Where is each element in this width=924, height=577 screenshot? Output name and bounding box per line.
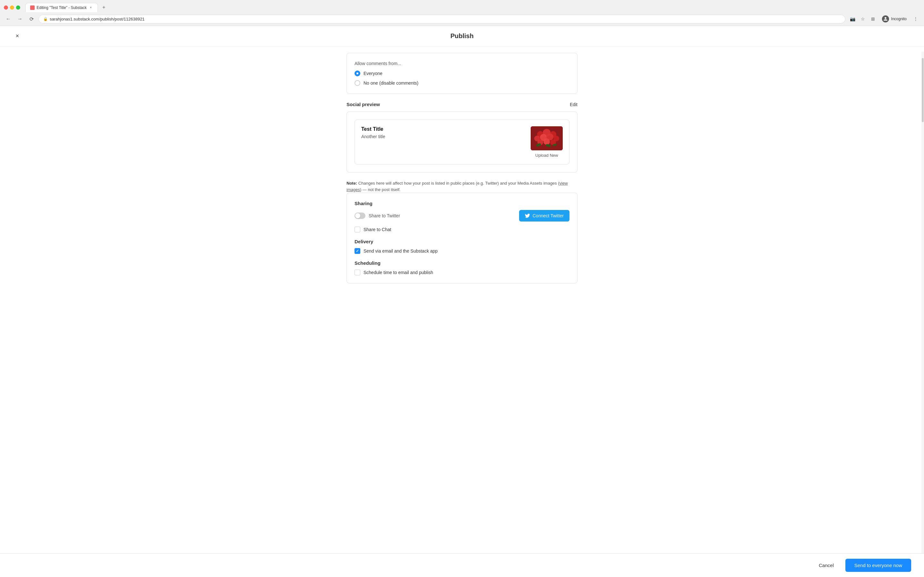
- note-body: Changes here will affect how your post i…: [347, 181, 568, 192]
- social-preview-title: Social preview: [347, 102, 380, 107]
- comments-section: Allow comments from... Everyone No one (…: [347, 53, 577, 94]
- send-email-checkbox[interactable]: [355, 248, 360, 254]
- bookmark-icon[interactable]: ☆: [858, 15, 867, 23]
- cancel-button[interactable]: Cancel: [813, 559, 840, 571]
- maximize-window-button[interactable]: [16, 5, 20, 10]
- url-text: sarahjonas1.substack.com/publish/post/11…: [50, 17, 145, 21]
- page-title: Publish: [451, 32, 473, 40]
- preview-card: Test Title Another title: [355, 119, 569, 164]
- new-tab-button[interactable]: +: [99, 3, 108, 12]
- sharing-section-title: Sharing: [355, 201, 569, 206]
- lock-icon: 🔒: [43, 17, 48, 21]
- comments-no-one-option[interactable]: No one (disable comments): [355, 80, 569, 86]
- page-footer: Cancel Send to everyone now: [0, 553, 924, 577]
- browser-chrome: Editing "Test Title" - Substack × + ← → …: [0, 0, 924, 26]
- camera-icon[interactable]: 📷: [848, 15, 857, 23]
- share-chat-checkbox[interactable]: [355, 227, 360, 232]
- page-container: × Publish Allow comments from... Everyon…: [0, 26, 924, 577]
- tab-title: Editing "Test Title" - Substack: [37, 5, 87, 10]
- social-preview-card: Test Title Another title: [347, 111, 577, 172]
- close-publish-button[interactable]: ×: [13, 32, 22, 41]
- preview-image-area: Upload New: [531, 126, 563, 158]
- connect-twitter-button[interactable]: Connect Twitter: [519, 210, 569, 221]
- extensions-icon[interactable]: ⊞: [869, 15, 877, 23]
- upload-new-button[interactable]: Upload New: [535, 153, 558, 158]
- social-preview-note: Note: Changes here will affect how your …: [347, 180, 577, 193]
- incognito-avatar: [882, 15, 889, 23]
- twitter-icon: [525, 213, 530, 218]
- connect-twitter-label: Connect Twitter: [533, 213, 564, 218]
- scrollbar[interactable]: [921, 52, 924, 577]
- tab-bar: Editing "Test Title" - Substack × +: [25, 3, 108, 12]
- view-images-link[interactable]: view images: [347, 181, 568, 192]
- comments-everyone-label: Everyone: [363, 71, 383, 76]
- comments-everyone-radio[interactable]: [355, 71, 360, 76]
- schedule-row: Schedule time to email and publish: [355, 269, 569, 276]
- scheduling-section-title: Scheduling: [355, 260, 569, 266]
- comments-no-one-label: No one (disable comments): [363, 81, 418, 85]
- back-button[interactable]: ←: [4, 15, 13, 23]
- schedule-checkbox[interactable]: [355, 269, 360, 276]
- incognito-label: Incognito: [891, 17, 907, 21]
- comments-radio-group: Everyone No one (disable comments): [355, 71, 569, 86]
- share-twitter-row: Share to Twitter Connect Twitter: [355, 210, 569, 221]
- minimize-window-button[interactable]: [10, 5, 14, 10]
- page-header: × Publish: [0, 26, 924, 47]
- comments-label: Allow comments from...: [355, 61, 569, 66]
- social-preview-header: Social preview Edit: [347, 102, 577, 107]
- close-tab-button[interactable]: ×: [89, 5, 93, 10]
- share-twitter-label: Share to Twitter: [368, 213, 400, 218]
- share-chat-row: Share to Chat: [355, 227, 569, 232]
- browser-titlebar: Editing "Test Title" - Substack × +: [0, 0, 924, 12]
- share-twitter-toggle[interactable]: [355, 213, 365, 219]
- preview-text: Test Title Another title: [361, 126, 385, 139]
- scrollbar-thumb[interactable]: [922, 58, 924, 122]
- incognito-badge[interactable]: Incognito: [879, 14, 910, 24]
- svg-point-9: [543, 139, 550, 145]
- comments-everyone-option[interactable]: Everyone: [355, 71, 569, 76]
- note-prefix: Note:: [347, 181, 357, 185]
- preview-image: [531, 126, 563, 150]
- toolbar-actions: 📷 ☆ ⊞ Incognito ⋮: [848, 14, 920, 24]
- menu-icon[interactable]: ⋮: [911, 15, 920, 23]
- delivery-section-title: Delivery: [355, 239, 569, 244]
- traffic-lights: [4, 5, 20, 10]
- refresh-button[interactable]: ⟳: [27, 15, 36, 23]
- send-email-label: Send via email and the Substack app: [363, 248, 438, 253]
- forward-button[interactable]: →: [15, 15, 24, 23]
- send-email-row: Send via email and the Substack app: [355, 248, 569, 254]
- social-preview-edit-link[interactable]: Edit: [570, 102, 577, 107]
- address-bar[interactable]: 🔒 sarahjonas1.substack.com/publish/post/…: [39, 15, 845, 23]
- share-chat-label: Share to Chat: [363, 227, 391, 232]
- preview-post-subtitle: Another title: [361, 134, 385, 139]
- share-twitter-toggle-row: Share to Twitter: [355, 213, 400, 219]
- social-preview-section: Social preview Edit Test Title Another t…: [347, 102, 577, 193]
- send-button[interactable]: Send to everyone now: [845, 559, 911, 572]
- sharing-section: Sharing Share to Twitter Connect Twitter: [347, 193, 577, 284]
- active-tab[interactable]: Editing "Test Title" - Substack ×: [25, 3, 98, 12]
- tab-favicon: [30, 5, 35, 10]
- schedule-label: Schedule time to email and publish: [363, 270, 433, 275]
- close-window-button[interactable]: [4, 5, 8, 10]
- toggle-knob: [355, 213, 360, 218]
- main-content: Allow comments from... Everyone No one (…: [340, 47, 584, 330]
- comments-no-one-radio[interactable]: [355, 80, 360, 86]
- preview-post-title: Test Title: [361, 126, 385, 132]
- browser-toolbar: ← → ⟳ 🔒 sarahjonas1.substack.com/publish…: [0, 12, 924, 26]
